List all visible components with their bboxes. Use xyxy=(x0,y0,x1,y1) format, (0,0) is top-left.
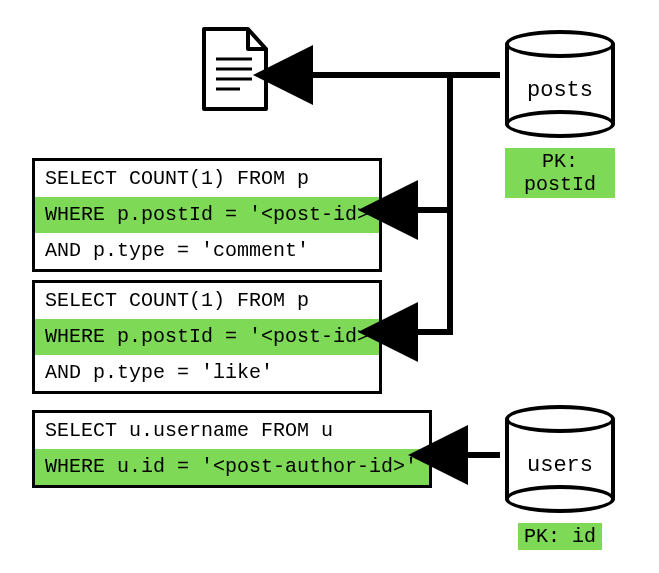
pk-badge-posts: PK: postId xyxy=(505,148,615,198)
query-author-line1: SELECT u.username FROM u xyxy=(35,413,429,449)
document-icon xyxy=(200,25,272,118)
query-comments-line3: AND p.type = 'comment' xyxy=(35,233,379,269)
diagram-canvas: posts PK: postId users PK: id SELECT COU… xyxy=(0,0,659,573)
query-comments: SELECT COUNT(1) FROM p WHERE p.postId = … xyxy=(32,158,382,272)
database-users: users PK: id xyxy=(505,405,615,550)
database-posts: posts PK: postId xyxy=(505,30,615,198)
query-likes-line3: AND p.type = 'like' xyxy=(35,355,379,391)
query-likes-line1: SELECT COUNT(1) FROM p xyxy=(35,283,379,319)
query-author-line2: WHERE u.id = '<post-author-id>' xyxy=(35,449,429,485)
db-label-users: users xyxy=(527,453,593,478)
query-comments-line1: SELECT COUNT(1) FROM p xyxy=(35,161,379,197)
query-author: SELECT u.username FROM u WHERE u.id = '<… xyxy=(32,410,432,488)
query-likes: SELECT COUNT(1) FROM p WHERE p.postId = … xyxy=(32,280,382,394)
db-label-posts: posts xyxy=(527,78,593,103)
query-likes-line2: WHERE p.postId = '<post-id>' xyxy=(35,319,379,355)
pk-badge-users: PK: id xyxy=(518,523,602,550)
query-comments-line2: WHERE p.postId = '<post-id>' xyxy=(35,197,379,233)
